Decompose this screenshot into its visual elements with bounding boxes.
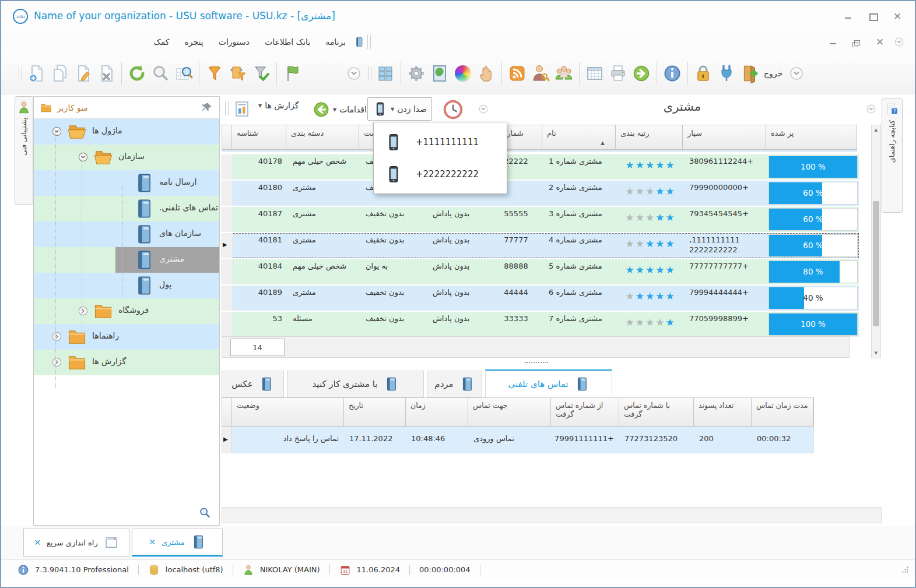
cell-name[interactable]: مشتری شماره 7 [543, 312, 617, 337]
scrollbar-thumb[interactable] [873, 201, 879, 326]
copy-document-button[interactable] [48, 61, 71, 86]
cell-id[interactable]: 40180 [233, 181, 287, 206]
calls-column-header-6[interactable]: تعداد پسوند [694, 398, 752, 426]
sidebar-search-icon[interactable] [198, 506, 211, 519]
menu-item-4[interactable]: کمک [146, 35, 177, 49]
printer-button[interactable] [606, 61, 630, 86]
detail-tab-2[interactable]: مردم [427, 371, 482, 397]
cell-filled[interactable]: 40 % [767, 286, 859, 311]
calls-column-header-4[interactable]: از شماره تماس گرفت [551, 398, 619, 426]
subbar-collapse-icon[interactable] [477, 103, 490, 115]
cell-category[interactable]: مشتری [287, 207, 360, 232]
cell-price[interactable]: بدون تخفیف [360, 233, 427, 258]
flag-button[interactable] [280, 61, 304, 86]
cell-mobile[interactable]: +79994444444 [684, 286, 767, 311]
pin-icon[interactable] [201, 101, 213, 114]
filter-check-button[interactable] [250, 61, 273, 86]
cell-price[interactable]: به یوان [360, 259, 427, 284]
cell-reward[interactable]: بدون پاداش [427, 207, 489, 232]
menu-item-0[interactable]: برنامه [318, 35, 353, 49]
delete-document-button[interactable] [94, 61, 118, 86]
calls-column-header-2[interactable]: زمان [406, 398, 468, 426]
calls-cell-7[interactable]: 00:00:32 [752, 427, 813, 453]
report-icon-button[interactable] [231, 98, 253, 119]
menu-item-3[interactable]: پنجره [177, 35, 210, 49]
table-row-1[interactable]: 40180مشتریبدون تخفیفپاداش 10مشتری شماره … [222, 181, 859, 206]
cell-number[interactable]: 55555 [489, 207, 543, 232]
sidebar-item-6[interactable]: پول [34, 273, 219, 298]
collapse-icon[interactable] [51, 126, 62, 137]
mdi-close-button[interactable]: ✕ [875, 37, 885, 47]
chevron-button[interactable] [785, 61, 808, 86]
user-key-button[interactable] [529, 61, 552, 86]
cell-name[interactable]: مشتری شماره 4 [543, 233, 617, 258]
column-header-8[interactable]: پر شده [766, 125, 857, 150]
new-document-button[interactable] [24, 61, 48, 86]
column-header-1[interactable]: دسته بندی [286, 125, 359, 150]
detail-tab-3[interactable]: تماس های تلفنی [485, 369, 612, 397]
calls-column-header-5[interactable]: با شماره تماس گرفت [619, 398, 694, 426]
cell-number[interactable]: 77777 [489, 233, 543, 258]
cell-number[interactable]: 33333 [489, 312, 543, 337]
gear-button[interactable] [405, 61, 428, 86]
calls-scroll-strip[interactable] [222, 507, 882, 523]
edit-document-button[interactable] [71, 61, 94, 86]
column-header-0[interactable]: شناسه [231, 125, 286, 150]
cell-mobile[interactable]: +380961112244 [684, 154, 767, 179]
calls-column-header-7[interactable]: مدت زمان تماس [752, 398, 813, 426]
cell-mobile[interactable]: +77777777777 [684, 259, 767, 284]
mdi-restore-button[interactable] [852, 37, 861, 47]
cell-id[interactable]: 40184 [233, 259, 287, 284]
scroll-up-icon[interactable]: ▲ [872, 125, 880, 135]
sidebar-item-7[interactable]: فروشگاه [34, 298, 219, 324]
sidebar-item-0[interactable]: ماژول ها [34, 119, 219, 145]
cell-id[interactable]: 40187 [233, 207, 287, 232]
expand-icon[interactable] [78, 305, 89, 316]
sidebar-item-8[interactable]: راهنماها [34, 324, 219, 350]
menu-grip[interactable] [367, 35, 371, 49]
cell-category[interactable]: شخص خیلی مهم [287, 259, 360, 284]
call-number-item-0[interactable]: +1111111111 [374, 126, 507, 158]
expand-icon[interactable] [51, 357, 62, 368]
cell-reward[interactable]: بدون پاداش [427, 286, 489, 311]
cell-category[interactable]: مشتری [287, 233, 360, 258]
mdi-minimize-button[interactable] [829, 37, 838, 47]
plug-button[interactable] [715, 61, 738, 86]
calls-cell-0[interactable]: تماس را پاسخ داد [232, 427, 344, 453]
cell-rating[interactable]: ★★★★★ [617, 181, 684, 206]
sidebar-item-3[interactable]: تماس های تلفنی. [34, 196, 219, 221]
calls-cell-3[interactable]: تماس ورودی [468, 427, 551, 453]
cell-rating[interactable]: ★★★★★ [617, 259, 684, 284]
toolbar-grip[interactable] [368, 66, 371, 80]
calls-cell-6[interactable]: 200 [694, 427, 752, 453]
cell-name[interactable]: مشتری شماره 3 [543, 207, 617, 232]
grid-button[interactable] [374, 61, 397, 86]
cell-name[interactable]: مشتری شماره 5 [543, 259, 617, 284]
chevron-button[interactable] [342, 61, 366, 86]
cell-filled[interactable]: 60 % [767, 181, 859, 206]
title-collapse-icon[interactable] [865, 103, 878, 115]
cell-id[interactable]: 40178 [233, 154, 287, 179]
cell-rating[interactable]: ★★★★★ [617, 154, 684, 179]
cell-id[interactable]: 40189 [233, 286, 287, 311]
filter-button[interactable] [203, 61, 226, 86]
sidebar-item-1[interactable]: سازمان [34, 145, 219, 170]
cell-reward[interactable]: بدون پاداش [427, 233, 489, 258]
cell-price[interactable]: بدون تخفیف [360, 207, 427, 232]
toolbar-grip[interactable] [19, 66, 22, 80]
calls-cell-1[interactable]: 17.11.2022 [344, 427, 406, 453]
color-sphere-button[interactable] [451, 61, 475, 86]
cell-category[interactable]: مشتری [287, 286, 360, 311]
map-button[interactable] [428, 61, 451, 86]
cell-rating[interactable]: ★★★★★ [617, 207, 684, 232]
cell-filled[interactable]: 100 % [767, 154, 859, 179]
calls-row-0[interactable]: ▶تماس را پاسخ داد17.11.202210:48:46تماس … [222, 427, 814, 453]
exit-button[interactable]: خروج [738, 64, 785, 83]
table-row-3[interactable]: ▶40181مشتریبدون تخفیفبدون پاداش77777مشتر… [222, 233, 859, 258]
sidebar-item-9[interactable]: گزارش ها [34, 350, 219, 375]
refresh-button[interactable] [125, 61, 149, 86]
cell-price[interactable]: بدون تخفیف [360, 312, 427, 337]
column-header-5[interactable]: نام▲ [542, 125, 615, 150]
sidebar-item-4[interactable]: سازمان های [34, 221, 219, 247]
tab-close-icon[interactable]: ✕ [149, 537, 156, 547]
